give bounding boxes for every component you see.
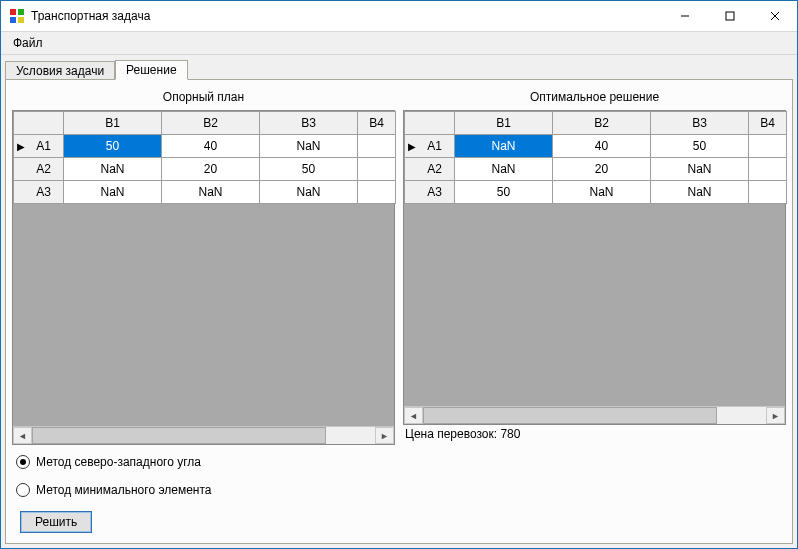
cell[interactable] <box>358 158 396 181</box>
cell[interactable]: 40 <box>553 135 651 158</box>
radio-label: Метод минимального элемента <box>36 483 212 497</box>
table-row: A3 50 NaN NaN <box>405 181 787 204</box>
cell[interactable] <box>749 181 787 204</box>
tab-conditions[interactable]: Условия задачи <box>5 61 115 80</box>
price-label: Цена перевозок: 780 <box>403 425 786 445</box>
right-grid-section: Оптимальное решение B1 B2 B3 <box>403 86 786 445</box>
tabstrip: Условия задачи Решение <box>1 55 797 79</box>
cell[interactable]: 50 <box>64 135 162 158</box>
table-row: A3 NaN NaN NaN <box>14 181 396 204</box>
cell[interactable]: NaN <box>553 181 651 204</box>
cell[interactable]: NaN <box>162 181 260 204</box>
col-header[interactable]: B2 <box>553 112 651 135</box>
col-header[interactable]: B4 <box>749 112 787 135</box>
cell[interactable]: NaN <box>64 158 162 181</box>
row-header[interactable]: A2 <box>405 158 455 181</box>
radio-icon <box>16 455 30 469</box>
scroll-right-icon[interactable]: ► <box>375 427 394 444</box>
cell[interactable]: 20 <box>162 158 260 181</box>
col-header[interactable]: B4 <box>358 112 396 135</box>
left-grid-title: Опорный план <box>12 86 395 110</box>
scroll-left-icon[interactable]: ◄ <box>404 407 423 424</box>
scroll-thumb[interactable] <box>32 427 326 444</box>
cell[interactable]: NaN <box>455 158 553 181</box>
minimize-button[interactable] <box>662 1 707 31</box>
tab-panel-solution: Опорный план B1 B2 B3 <box>5 79 793 544</box>
scroll-left-icon[interactable]: ◄ <box>13 427 32 444</box>
radio-minimal[interactable]: Метод минимального элемента <box>16 483 782 497</box>
cell[interactable]: NaN <box>260 135 358 158</box>
svg-rect-1 <box>18 9 24 15</box>
maximize-button[interactable] <box>707 1 752 31</box>
left-grid-hscroll[interactable]: ◄ ► <box>13 426 394 444</box>
col-header[interactable]: B2 <box>162 112 260 135</box>
row-indicator-icon: ▶ <box>408 141 416 152</box>
row-indicator-icon: ▶ <box>17 141 25 152</box>
titlebar: Транспортная задача <box>1 1 797 32</box>
cell[interactable] <box>358 181 396 204</box>
cell[interactable]: NaN <box>260 181 358 204</box>
right-grid-title: Оптимальное решение <box>403 86 786 110</box>
svg-rect-0 <box>10 9 16 15</box>
row-header[interactable]: ▶A1 <box>405 135 455 158</box>
radio-label: Метод северо-западного угла <box>36 455 201 469</box>
table-row: A2 NaN 20 50 <box>14 158 396 181</box>
cell[interactable]: 50 <box>651 135 749 158</box>
cell[interactable]: NaN <box>64 181 162 204</box>
menu-file[interactable]: Файл <box>5 34 51 52</box>
col-header[interactable]: B1 <box>455 112 553 135</box>
method-radios: Метод северо-западного угла Метод минима… <box>12 445 786 537</box>
svg-rect-3 <box>18 17 24 23</box>
row-header[interactable]: A3 <box>14 181 64 204</box>
cell[interactable]: NaN <box>455 135 553 158</box>
app-icon <box>9 8 25 24</box>
window-title: Транспортная задача <box>31 9 150 23</box>
tab-solution[interactable]: Решение <box>115 60 187 80</box>
cell[interactable]: 20 <box>553 158 651 181</box>
radio-northwest[interactable]: Метод северо-западного угла <box>16 455 782 469</box>
scroll-right-icon[interactable]: ► <box>766 407 785 424</box>
cell[interactable]: 40 <box>162 135 260 158</box>
svg-rect-2 <box>10 17 16 23</box>
right-grid-hscroll[interactable]: ◄ ► <box>404 406 785 424</box>
left-grid[interactable]: B1 B2 B3 B4 ▶A1 50 40 NaN <box>12 110 395 445</box>
table-row: ▶A1 NaN 40 50 <box>405 135 787 158</box>
svg-rect-5 <box>726 12 734 20</box>
cell[interactable]: NaN <box>651 181 749 204</box>
scroll-track[interactable] <box>32 427 375 444</box>
col-header[interactable]: B3 <box>260 112 358 135</box>
app-window: Транспортная задача Файл Условия задачи … <box>0 0 798 549</box>
cell[interactable] <box>749 158 787 181</box>
cell[interactable]: 50 <box>260 158 358 181</box>
row-header[interactable]: A3 <box>405 181 455 204</box>
menubar: Файл <box>1 32 797 55</box>
left-grid-section: Опорный план B1 B2 B3 <box>12 86 395 445</box>
col-header[interactable]: B3 <box>651 112 749 135</box>
cell[interactable]: NaN <box>651 158 749 181</box>
grid-empty-area <box>13 204 394 426</box>
table-row: ▶A1 50 40 NaN <box>14 135 396 158</box>
col-header[interactable]: B1 <box>64 112 162 135</box>
row-header[interactable]: ▶A1 <box>14 135 64 158</box>
grid-empty-area <box>404 204 785 406</box>
scroll-thumb[interactable] <box>423 407 717 424</box>
right-grid[interactable]: B1 B2 B3 B4 ▶A1 NaN 40 50 <box>403 110 786 425</box>
table-row: A2 NaN 20 NaN <box>405 158 787 181</box>
cell[interactable] <box>358 135 396 158</box>
solve-button[interactable]: Решить <box>20 511 92 533</box>
grid-corner <box>14 112 64 135</box>
cell[interactable] <box>749 135 787 158</box>
scroll-track[interactable] <box>423 407 766 424</box>
cell[interactable]: 50 <box>455 181 553 204</box>
radio-icon <box>16 483 30 497</box>
close-button[interactable] <box>752 1 797 31</box>
grid-corner <box>405 112 455 135</box>
row-header[interactable]: A2 <box>14 158 64 181</box>
